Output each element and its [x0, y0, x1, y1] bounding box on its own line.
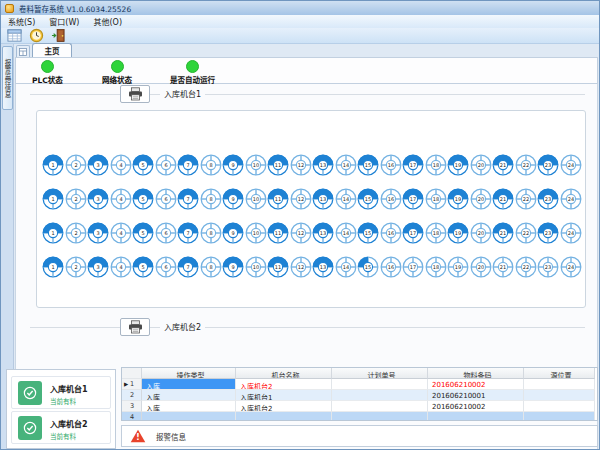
reel-slot-r2-15[interactable]: 15: [357, 188, 379, 210]
reel-slot-r1-12[interactable]: 12: [290, 154, 312, 176]
reel-slot-r2-6[interactable]: 6: [155, 188, 177, 210]
reel-slot-r2-21[interactable]: 21: [492, 188, 514, 210]
menu-system[interactable]: 系统(S): [1, 16, 42, 27]
reel-slot-r3-10[interactable]: 10: [245, 222, 267, 244]
col-header-1[interactable]: 机台名称: [236, 368, 332, 379]
reel-slot-r2-13[interactable]: 13: [312, 188, 334, 210]
reel-slot-r3-23[interactable]: 23: [537, 222, 559, 244]
reel-slot-r3-1[interactable]: 1: [42, 222, 64, 244]
reel-slot-r2-10[interactable]: 10: [245, 188, 267, 210]
cell-3-4[interactable]: [524, 401, 595, 412]
cell-4-0[interactable]: [142, 412, 236, 421]
table-row-2[interactable]: 2入库入库机台1201606210001: [122, 390, 597, 401]
reel-slot-r4-12[interactable]: 12: [290, 256, 312, 278]
reel-slot-r1-14[interactable]: 14: [335, 154, 357, 176]
cell-1-3[interactable]: 201606210002: [428, 379, 524, 390]
row-header-1[interactable]: ▶1: [122, 379, 142, 390]
reel-slot-r1-9[interactable]: 9: [222, 154, 244, 176]
reel-slot-r2-19[interactable]: 19: [447, 188, 469, 210]
reel-slot-r2-3[interactable]: 3: [87, 188, 109, 210]
reel-slot-r2-20[interactable]: 20: [470, 188, 492, 210]
reel-slot-r1-10[interactable]: 10: [245, 154, 267, 176]
reel-slot-r3-5[interactable]: 5: [132, 222, 154, 244]
cell-1-4[interactable]: [524, 379, 595, 390]
reel-slot-r2-5[interactable]: 5: [132, 188, 154, 210]
grid-toolbar-button[interactable]: [5, 28, 23, 43]
reel-slot-r3-24[interactable]: 24: [560, 222, 582, 244]
reel-slot-r4-15[interactable]: 15: [357, 256, 379, 278]
col-header-3[interactable]: 物料条码: [428, 368, 524, 379]
reel-slot-r3-22[interactable]: 22: [515, 222, 537, 244]
reel-slot-r1-4[interactable]: 4: [110, 154, 132, 176]
col-header-4[interactable]: 源位置: [524, 368, 595, 379]
cell-2-2[interactable]: [332, 390, 428, 401]
reel-slot-r4-19[interactable]: 19: [447, 256, 469, 278]
cell-1-0[interactable]: 入库: [142, 379, 236, 390]
reel-slot-r4-11[interactable]: 11: [267, 256, 289, 278]
cell-2-3[interactable]: 201606210001: [428, 390, 524, 401]
cell-4-1[interactable]: [236, 412, 332, 421]
cell-3-3[interactable]: 201606210002: [428, 401, 524, 412]
reel-slot-r3-16[interactable]: 16: [380, 222, 402, 244]
reel-slot-r4-2[interactable]: 2: [65, 256, 87, 278]
reel-slot-r2-9[interactable]: 9: [222, 188, 244, 210]
reel-slot-r4-23[interactable]: 23: [537, 256, 559, 278]
reel-slot-r2-1[interactable]: 1: [42, 188, 64, 210]
reel-slot-r1-20[interactable]: 20: [470, 154, 492, 176]
reel-slot-r4-7[interactable]: 7: [177, 256, 199, 278]
reel-slot-r3-6[interactable]: 6: [155, 222, 177, 244]
reel-slot-r1-16[interactable]: 16: [380, 154, 402, 176]
reel-slot-r4-9[interactable]: 9: [222, 256, 244, 278]
reel-slot-r4-3[interactable]: 3: [87, 256, 109, 278]
reel-slot-r3-8[interactable]: 8: [200, 222, 222, 244]
reel-slot-r3-12[interactable]: 12: [290, 222, 312, 244]
reel-slot-r1-19[interactable]: 19: [447, 154, 469, 176]
reel-slot-r2-23[interactable]: 23: [537, 188, 559, 210]
reel-slot-r3-21[interactable]: 21: [492, 222, 514, 244]
table-row-1[interactable]: ▶1入库入库机台2201606210002: [122, 379, 597, 390]
col-header-2[interactable]: 计划单号: [332, 368, 428, 379]
reel-slot-r1-23[interactable]: 23: [537, 154, 559, 176]
reel-slot-r3-17[interactable]: 17: [402, 222, 424, 244]
row-header-2[interactable]: 2: [122, 390, 142, 401]
reel-slot-r3-14[interactable]: 14: [335, 222, 357, 244]
reel-slot-r1-22[interactable]: 22: [515, 154, 537, 176]
cell-2-0[interactable]: 入库: [142, 390, 236, 401]
reel-slot-r3-19[interactable]: 19: [447, 222, 469, 244]
table-row-3[interactable]: 3入库入库机台2201606210002: [122, 401, 597, 412]
cell-4-4[interactable]: [524, 412, 595, 421]
reel-slot-r1-2[interactable]: 2: [65, 154, 87, 176]
side-dock-tab[interactable]: 报警监控信息: [2, 46, 13, 110]
reel-slot-r4-10[interactable]: 10: [245, 256, 267, 278]
print-machine2-button[interactable]: [120, 318, 150, 336]
dock-mini-tab[interactable]: [16, 45, 30, 57]
reel-slot-r2-17[interactable]: 17: [402, 188, 424, 210]
reel-slot-r2-8[interactable]: 8: [200, 188, 222, 210]
reel-slot-r1-13[interactable]: 13: [312, 154, 334, 176]
reel-slot-r1-3[interactable]: 3: [87, 154, 109, 176]
reel-slot-r1-24[interactable]: 24: [560, 154, 582, 176]
reel-slot-r2-2[interactable]: 2: [65, 188, 87, 210]
reel-slot-r4-24[interactable]: 24: [560, 256, 582, 278]
reel-slot-r4-8[interactable]: 8: [200, 256, 222, 278]
cell-3-0[interactable]: 入库: [142, 401, 236, 412]
reel-slot-r2-18[interactable]: 18: [425, 188, 447, 210]
reel-slot-r3-13[interactable]: 13: [312, 222, 334, 244]
cell-3-2[interactable]: [332, 401, 428, 412]
cell-2-4[interactable]: [524, 390, 595, 401]
reel-slot-r3-2[interactable]: 2: [65, 222, 87, 244]
tab-home[interactable]: 主页: [32, 43, 72, 57]
cell-1-2[interactable]: [332, 379, 428, 390]
reel-slot-r1-21[interactable]: 21: [492, 154, 514, 176]
reel-slot-r1-8[interactable]: 8: [200, 154, 222, 176]
menu-window[interactable]: 窗口(W): [42, 16, 86, 27]
print-machine1-button[interactable]: [120, 85, 150, 103]
col-header-0[interactable]: 操作类型: [142, 368, 236, 379]
reel-slot-r2-16[interactable]: 16: [380, 188, 402, 210]
reel-slot-r2-11[interactable]: 11: [267, 188, 289, 210]
reel-slot-r4-4[interactable]: 4: [110, 256, 132, 278]
reel-slot-r1-18[interactable]: 18: [425, 154, 447, 176]
reel-slot-r3-9[interactable]: 9: [222, 222, 244, 244]
reel-slot-r2-14[interactable]: 14: [335, 188, 357, 210]
reel-slot-r4-13[interactable]: 13: [312, 256, 334, 278]
